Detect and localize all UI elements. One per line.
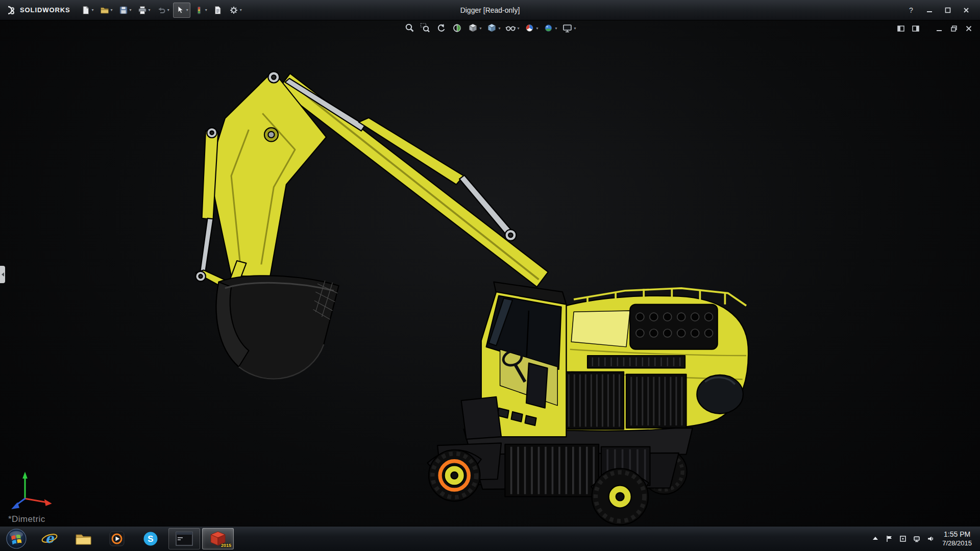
dropdown-chevron[interactable]: ▾ <box>498 26 500 31</box>
media-player-icon <box>109 531 125 547</box>
start-button[interactable] <box>0 527 33 551</box>
options-button[interactable]: ▾ <box>227 3 244 18</box>
child-minimize-button[interactable] <box>934 24 944 33</box>
taskbar-file-explorer[interactable] <box>67 528 99 549</box>
dropdown-chevron[interactable]: ▾ <box>517 26 519 31</box>
undo-button[interactable]: ▾ <box>154 3 172 18</box>
dropdown-chevron[interactable]: ▾ <box>111 8 113 12</box>
dropdown-chevron[interactable]: ▾ <box>536 26 538 31</box>
help-button[interactable]: ? <box>903 4 919 16</box>
pane-left-button[interactable] <box>896 24 906 33</box>
featuremanager-collapse-tab[interactable] <box>0 266 5 283</box>
graphics-area[interactable]: ▾ ▾ ▾ <box>0 20 980 526</box>
new-document-button[interactable]: ▾ <box>79 3 96 18</box>
apply-scene-button[interactable]: ▾ <box>542 22 558 34</box>
network-button[interactable] <box>913 535 921 543</box>
flag-icon <box>885 535 893 543</box>
view-settings-button[interactable]: ▾ <box>561 22 577 34</box>
dropdown-chevron[interactable]: ▾ <box>186 8 188 12</box>
orientation-triad[interactable] <box>11 472 52 509</box>
display-style-icon <box>486 22 497 34</box>
print-button[interactable]: ▾ <box>135 3 153 18</box>
child-close-button[interactable] <box>964 24 974 33</box>
view-orientation-cube-icon <box>467 22 478 34</box>
minimize-icon <box>926 7 933 13</box>
windows-taskbar: e S <box>0 526 980 551</box>
rebuild-icon <box>194 5 204 15</box>
display-style-button[interactable]: ▾ <box>485 22 501 34</box>
dropdown-chevron[interactable]: ▾ <box>574 26 576 31</box>
wheel-rear-near[interactable] <box>592 468 648 524</box>
select-button[interactable]: ▾ <box>173 3 190 18</box>
skype-icon: S <box>142 531 159 547</box>
zoom-to-fit-button[interactable] <box>403 22 416 34</box>
edit-appearance-button[interactable]: ▾ <box>523 22 540 34</box>
clock-date: 7/28/2015 <box>942 539 972 548</box>
dropdown-chevron[interactable]: ▾ <box>240 8 242 12</box>
document-title: Digger [Read-only] <box>460 0 520 20</box>
new-document-icon <box>81 5 91 15</box>
child-restore-button[interactable] <box>949 24 959 33</box>
zoom-to-fit-icon <box>404 22 415 34</box>
chevron-left-icon <box>1 272 5 277</box>
solidworks-logo: SOLIDWORKS <box>0 5 79 16</box>
save-icon <box>118 5 129 15</box>
pane-right-icon <box>912 24 920 33</box>
taskbar-skype[interactable]: S <box>135 528 166 549</box>
svg-text:S: S <box>148 534 153 544</box>
speaker-icon <box>926 535 935 543</box>
system-tray: 1:55 PM 7/28/2015 <box>871 527 980 551</box>
pane-right-button[interactable] <box>911 24 921 33</box>
pane-left-icon <box>897 24 905 33</box>
command-prompt-icon <box>176 532 193 546</box>
wheel-front-near-selected[interactable] <box>429 450 480 501</box>
3ds-logo-icon <box>5 5 16 16</box>
dropdown-chevron[interactable]: ▾ <box>167 8 169 12</box>
show-hidden-icons-button[interactable] <box>871 535 879 543</box>
section-view-icon <box>451 22 462 34</box>
taskbar-command-prompt[interactable] <box>168 528 200 549</box>
child-minimize-icon <box>935 24 943 33</box>
upper-body[interactable] <box>564 288 748 431</box>
digger-model[interactable] <box>195 71 748 524</box>
quick-access-toolbar: ▾ ▾ ▾ ▾ <box>79 3 244 18</box>
options-gear-icon <box>229 5 239 15</box>
tray-app-button[interactable] <box>899 535 907 543</box>
dropdown-chevron[interactable]: ▾ <box>205 8 207 12</box>
dropdown-chevron[interactable]: ▾ <box>555 26 557 31</box>
taskbar-clock[interactable]: 1:55 PM 7/28/2015 <box>940 530 972 547</box>
rebuild-button[interactable]: ▾ <box>192 3 209 18</box>
select-cursor-icon <box>175 5 185 15</box>
zoom-to-area-button[interactable] <box>419 22 432 34</box>
maximize-button[interactable] <box>940 4 955 16</box>
save-button[interactable]: ▾ <box>116 3 134 18</box>
action-center-button[interactable] <box>885 535 893 543</box>
minimize-button[interactable] <box>922 4 937 16</box>
open-document-button[interactable]: ▾ <box>97 3 115 18</box>
bucket[interactable] <box>216 276 339 379</box>
chevron-up-icon <box>871 535 879 543</box>
open-document-icon <box>100 5 110 15</box>
dropdown-chevron[interactable]: ▾ <box>149 8 151 12</box>
close-icon <box>963 7 969 13</box>
digger-model-scene[interactable] <box>0 20 980 526</box>
dropdown-chevron[interactable]: ▾ <box>130 8 132 12</box>
dropdown-chevron[interactable]: ▾ <box>479 26 481 31</box>
view-orientation-button[interactable]: ▾ <box>466 22 482 34</box>
taskbar-media-player[interactable] <box>101 528 133 549</box>
volume-button[interactable] <box>926 535 935 543</box>
svg-text:e: e <box>45 531 55 546</box>
solidworks-window: SOLIDWORKS ▾ ▾ ▾ <box>0 0 980 551</box>
undo-icon <box>156 5 166 15</box>
section-view-button[interactable] <box>450 22 463 34</box>
taskbar-internet-explorer[interactable]: e <box>34 528 65 549</box>
file-properties-button[interactable] <box>211 3 225 18</box>
internet-explorer-icon: e <box>41 530 58 547</box>
taskbar-solidworks[interactable]: 2015 <box>202 528 234 549</box>
close-button[interactable] <box>959 4 974 16</box>
tray-app-icon <box>899 535 907 543</box>
hide-show-items-button[interactable]: ▾ <box>504 22 520 34</box>
dropdown-chevron[interactable]: ▾ <box>92 8 94 12</box>
view-orientation-label: *Dimetric <box>8 514 45 524</box>
previous-view-button[interactable] <box>434 22 448 34</box>
